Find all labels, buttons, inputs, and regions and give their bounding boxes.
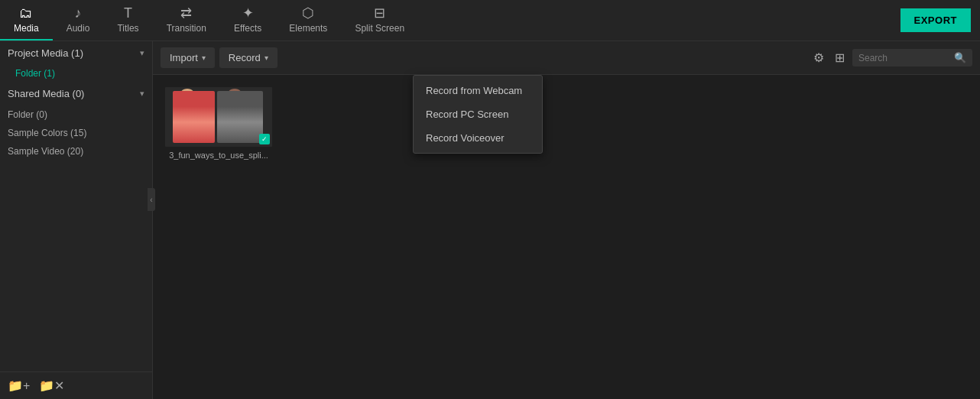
transition-icon: ⇄ [180, 6, 192, 20]
nav-item-transition[interactable]: ⇄ Transition [153, 0, 220, 41]
content-area: Import ▾ Record ▾ ⚙ ⊞ 🔍 Record from Webc… [153, 41, 980, 399]
nav-item-splitscreen[interactable]: ⊟ Split Screen [341, 0, 418, 41]
media-icon: 🗂 [19, 6, 33, 20]
record-button[interactable]: Record ▾ [219, 47, 277, 68]
thumb-check-icon: ✓ [259, 134, 270, 144]
sidebar: Project Media (1) ▾ Folder (1) Shared Me… [0, 41, 153, 399]
top-nav: 🗂 Media ♪ Audio T Titles ⇄ Transition ✦ … [0, 0, 980, 41]
titles-icon: T [124, 6, 132, 20]
audio-icon: ♪ [75, 6, 82, 20]
nav-label-titles: Titles [117, 23, 138, 34]
sidebar-collapse-handle[interactable]: ‹ [148, 188, 155, 211]
filter-icon[interactable]: ⚙ [810, 47, 827, 68]
media-item-0[interactable]: ✓ 3_fun_ways_to_use_spli... [165, 87, 272, 160]
record-label: Record [229, 52, 261, 63]
search-input[interactable] [858, 53, 950, 63]
media-thumb-0: ✓ [165, 87, 272, 147]
media-grid: ✓ 3_fun_ways_to_use_spli... [153, 75, 980, 399]
import-chevron-icon: ▾ [202, 54, 206, 62]
nav-label-media: Media [14, 23, 39, 34]
grid-view-icon[interactable]: ⊞ [832, 47, 848, 68]
thumb-person-left [173, 91, 215, 143]
media-label-0: 3_fun_ways_to_use_spli... [165, 151, 272, 160]
nav-item-effects[interactable]: ✦ Effects [220, 0, 275, 41]
nav-item-elements[interactable]: ⬡ Elements [275, 0, 341, 41]
toolbar-right: ⚙ ⊞ 🔍 [810, 47, 972, 68]
chevron-down-icon: ▾ [140, 48, 144, 58]
record-dropdown-menu: Record from Webcam Record PC Screen Reco… [413, 75, 543, 154]
record-webcam-item[interactable]: Record from Webcam [414, 79, 542, 102]
nav-label-audio: Audio [67, 23, 90, 34]
record-voiceover-item[interactable]: Record Voiceover [414, 126, 542, 150]
sidebar-item-sample-colors[interactable]: Sample Colors (15) [0, 124, 152, 142]
thumb-video-0: ✓ [165, 87, 272, 147]
sidebar-section-shared-media[interactable]: Shared Media (0) ▾ [0, 82, 152, 105]
shared-media-label: Shared Media (0) [8, 88, 84, 99]
record-screen-item[interactable]: Record PC Screen [414, 102, 542, 126]
add-folder-icon[interactable]: 📁+ [8, 378, 30, 393]
nav-item-audio[interactable]: ♪ Audio [53, 0, 104, 41]
sidebar-sub-folder-2[interactable]: Folder (0) [0, 105, 152, 124]
effects-icon: ✦ [242, 6, 254, 20]
nav-label-splitscreen: Split Screen [355, 23, 404, 34]
remove-folder-icon[interactable]: 📁✕ [39, 378, 64, 393]
elements-icon: ⬡ [302, 6, 314, 20]
import-label: Import [170, 52, 198, 63]
nav-item-titles[interactable]: T Titles [103, 0, 152, 41]
export-button[interactable]: EXPORT [900, 8, 971, 32]
nav-label-effects: Effects [234, 23, 261, 34]
record-chevron-icon: ▾ [264, 54, 268, 62]
sidebar-section-project-media[interactable]: Project Media (1) ▾ [0, 41, 152, 65]
import-button[interactable]: Import ▾ [161, 47, 215, 68]
splitscreen-icon: ⊟ [374, 6, 385, 20]
sidebar-item-sample-video[interactable]: Sample Video (20) [0, 142, 152, 161]
search-icon: 🔍 [954, 52, 966, 63]
chevron-down-icon-2: ▾ [140, 89, 144, 99]
search-box: 🔍 [852, 49, 972, 66]
nav-label-transition: Transition [167, 23, 206, 34]
sidebar-footer: 📁+ 📁✕ [0, 371, 152, 399]
project-media-label: Project Media (1) [8, 47, 83, 59]
nav-label-elements: Elements [289, 23, 327, 34]
nav-item-media[interactable]: 🗂 Media [0, 0, 53, 41]
toolbar: Import ▾ Record ▾ ⚙ ⊞ 🔍 [153, 41, 980, 75]
main-area: Project Media (1) ▾ Folder (1) Shared Me… [0, 41, 980, 399]
thumb-person-right [217, 91, 263, 143]
sidebar-sub-folder-1[interactable]: Folder (1) [0, 65, 152, 82]
